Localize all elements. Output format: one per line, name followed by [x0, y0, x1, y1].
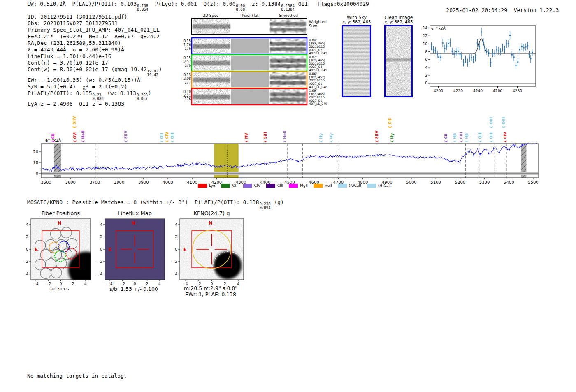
svg-text:4: 4: [237, 282, 239, 285]
kpno-title: KPNO(24.7) g: [180, 210, 244, 216]
legend-label: (K)CaII: [349, 183, 361, 188]
svg-text:E: E: [183, 247, 187, 252]
emission-line-label-ovi: { OVI: [73, 132, 77, 143]
legend-swatch: [367, 184, 376, 188]
info-line-4: F=*3.2"* T=0.229 N=1.12 A=0.67 g=24.2: [28, 33, 162, 40]
fiber-positions-title: Fiber Positions: [31, 210, 91, 216]
emission-line-label-oiii: { OIII: [489, 117, 493, 128]
svg-text:5100: 5100: [430, 180, 441, 185]
legend-label: OII: [232, 183, 237, 188]
legend-swatch: [289, 184, 298, 188]
emission-line-label-ciii: { CIII: [388, 118, 392, 128]
footer-line-1: No matching targets in catalog.: [27, 373, 127, 379]
svg-text:176: 176: [185, 64, 191, 67]
svg-text:407_LL_049: 407_LL_049: [309, 68, 327, 72]
info-line-13: LyA z = 2.4906 OII z = 0.1383: [28, 101, 162, 107]
svg-text:2: 2: [26, 235, 28, 239]
legend-swatch: [338, 184, 347, 188]
info-line-10: EWr = 1.00(±0.35) (w: 0.45(±0.15))Å: [28, 77, 162, 84]
info-line-11: S/N = 5.1(±0.4) χ² = 2.1(±0.2): [28, 84, 162, 90]
svg-text:E: E: [109, 247, 112, 252]
detection-info-block: ID: 3011279511 (3011279511.pdf)Obs: 2021…: [28, 14, 162, 107]
emission-line-label-ciii: { CIII: [459, 132, 463, 143]
info-line-3: Primary Spec_Slot_IFU_AMP: 407_041_021_L…: [28, 27, 162, 33]
svg-text:14: 14: [423, 26, 428, 30]
emission-line-label-oiii: { OIII: [170, 132, 174, 143]
svg-text:−4: −4: [33, 282, 39, 285]
emission-line-label-heii: { HeII: [283, 130, 287, 143]
info-line-12: P(LAE)/P(OII): 0.1350.230.089 (w: 0.1130…: [28, 90, 162, 101]
footer-notes: No matching targets in catalog. Row inte…: [27, 360, 127, 392]
lineflux-xlabel: s/b: 1.53 +/- 0.100: [97, 286, 171, 292]
svg-text:−2: −2: [172, 260, 177, 264]
svg-text:4280: 4280: [513, 89, 522, 93]
emission-line-label-oiii: { OIII: [489, 132, 493, 143]
with-sky-coords: x, y: 382, 465: [337, 20, 376, 24]
svg-text:0.15: 0.15: [183, 56, 191, 60]
svg-text:−2: −2: [97, 260, 102, 264]
svg-text:4240: 4240: [473, 89, 483, 93]
svg-text:2.51: 2.51: [183, 94, 191, 97]
svg-text:20: 20: [33, 150, 38, 154]
svg-text:5500: 5500: [528, 180, 538, 185]
svg-text:6: 6: [425, 58, 427, 62]
kpno-xlabel-2: EWr: 1, PLAE: 0.138: [172, 291, 250, 297]
svg-text:0.10: 0.10: [183, 90, 191, 94]
info-line-8: Cont(n) = 3.70(±0.12)e-17: [28, 60, 162, 66]
clean-image-coords: x, y: 382, 465: [379, 20, 418, 24]
spectrum-legend: LyαOIICIVCIIIMgIIHeII(K)CaII(H)CaII: [198, 183, 397, 188]
legend-label: CIV: [254, 183, 260, 188]
full-spectrum-plot: 3500360037003800390040004100420043004400…: [25, 112, 562, 190]
svg-text:3800: 3800: [114, 180, 124, 185]
emission-line-label-oiii: { OIII: [478, 132, 482, 143]
svg-text:Pixel Flat: Pixel Flat: [242, 14, 259, 18]
uncertainty-fraction: 19.4319.42: [147, 70, 158, 77]
legend-item-mgii: MgII: [289, 183, 308, 188]
legend-label: CIII: [277, 183, 283, 188]
svg-text:407_LL_049: 407_LL_049: [309, 51, 327, 55]
svg-text:176: 176: [185, 47, 191, 51]
svg-text:Weighted: Weighted: [309, 20, 327, 24]
svg-text:4: 4: [175, 223, 177, 227]
header-meta: 2025-01-02 20:04:29 Version 1.22.3: [433, 1, 559, 19]
with-sky-noise-overlay: [343, 26, 370, 96]
legend-label: (H)CaII: [378, 183, 391, 188]
svg-text:176: 176: [185, 97, 191, 101]
svg-text:−2: −2: [196, 282, 201, 285]
svg-text:0: 0: [60, 282, 62, 285]
svg-text:10: 10: [33, 160, 38, 165]
uncertainty-fraction: 0.000.00: [236, 4, 245, 12]
svg-text:2: 2: [175, 235, 177, 239]
fiber-xlabel: arcsecs: [23, 286, 97, 292]
legend-item-ciii: CIII: [266, 183, 283, 188]
emission-line-label-hγ: { Hγ: [329, 133, 333, 143]
clean-image-noise: [386, 26, 411, 96]
svg-text:4: 4: [26, 223, 28, 227]
svg-text:2: 2: [425, 73, 427, 77]
kpno-image-panel: NE−4−4−2−2002244: [172, 217, 250, 285]
svg-text:E: E: [35, 247, 38, 252]
legend-label: MgII: [300, 183, 308, 188]
legend-swatch: [314, 184, 323, 188]
svg-text:−2: −2: [23, 260, 28, 264]
svg-text:2: 2: [146, 282, 149, 285]
svg-text:4260: 4260: [493, 89, 502, 93]
info-line-6: λ = 4243.44Å σ = 2.60(±0.99)Å: [28, 46, 162, 53]
svg-text:Smoothed: Smoothed: [279, 14, 298, 18]
emission-line-label-hγ: { Hγ: [390, 133, 394, 143]
emission-line-label-civ: { CIV: [503, 132, 507, 143]
svg-text:4: 4: [425, 65, 427, 70]
emission-line-label-siiv: { SiIV: [72, 116, 77, 128]
svg-text:5200: 5200: [455, 180, 465, 185]
emission-line-label-civ: { CIV: [165, 132, 169, 143]
uncertainty-fraction: 0.1680.064: [137, 4, 148, 12]
svg-text:−4: −4: [107, 282, 113, 285]
svg-text:12: 12: [423, 34, 427, 38]
svg-text:5000: 5000: [406, 180, 416, 185]
svg-text:N: N: [58, 220, 61, 226]
info-line-5: RA,Dec (231.262589,53.311840): [28, 40, 162, 46]
catalog-match-line: MOSAIC/KPNO : Possible Matches = 0 (with…: [27, 199, 284, 210]
svg-text:3600: 3600: [65, 180, 75, 185]
spec2d-figure: 2D SpecPixel FlatSmoothedWeightedSum0.15…: [181, 12, 331, 107]
svg-text:4000: 4000: [163, 180, 173, 185]
